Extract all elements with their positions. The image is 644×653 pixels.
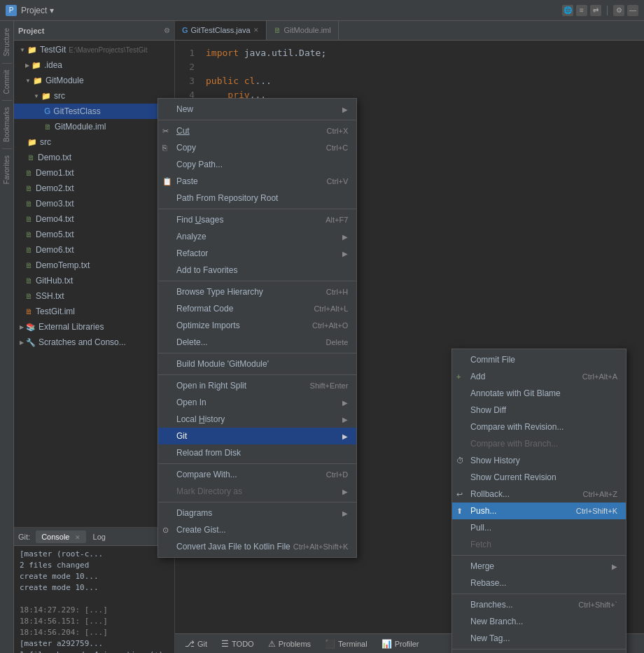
ctx-mark-dir[interactable]: Mark Directory as ▶: [158, 483, 356, 500]
git-rollback[interactable]: ↩ Rollback... Ctrl+Alt+Z: [452, 486, 626, 503]
submenu-arrow-icon: ▶: [342, 250, 348, 258]
ctx-compare-with[interactable]: Compare With... Ctrl+D: [158, 466, 356, 483]
ctx-build-module[interactable]: Build Module 'GitModule': [158, 356, 356, 372]
git-fetch[interactable]: Fetch: [452, 536, 626, 553]
git-compare-revision[interactable]: Compare with Revision...: [452, 419, 626, 435]
tree-item-demo[interactable]: 🗎 Demo.txt: [14, 150, 174, 165]
tree-item-gitmodule[interactable]: ▼ 📁 GitModule: [14, 73, 174, 88]
terminal-btn[interactable]: ⬛ Terminal: [321, 638, 372, 650]
ctx-paste[interactable]: 📋 Paste Ctrl+V: [158, 173, 356, 190]
git-bottom-btn[interactable]: ⎇ Git: [181, 638, 211, 650]
git-push[interactable]: ⬆ Push... Ctrl+Shift+K: [452, 503, 626, 519]
tree-item-external-libs[interactable]: ▶ 📚 External Libraries: [14, 319, 174, 335]
tree-item-src-inner[interactable]: ▼ 📁 src: [14, 88, 174, 104]
tab-gittestclass[interactable]: G GitTestClass.java ✕: [175, 21, 267, 40]
ctx-path-root[interactable]: Path From Repository Root: [158, 190, 356, 206]
ctx-type-hierarchy[interactable]: Browse Type Hierarchy Ctrl+H: [158, 283, 356, 300]
tree-item-gittestclass[interactable]: G GitTestClass: [14, 104, 174, 119]
folder-icon: 📁: [33, 76, 43, 85]
ctx-open-in[interactable]: Open In ▶: [158, 394, 356, 411]
git-compare-branch[interactable]: Compare with Branch...: [452, 435, 626, 452]
ctx-label: Reformat Code: [176, 304, 233, 314]
tree-item-gitmodule-iml[interactable]: 🗎 GitModule.iml: [14, 119, 174, 134]
tree-item-testgit-iml[interactable]: 🗎 TestGit.iml: [14, 304, 174, 319]
ctx-open-right-split[interactable]: Open in Right Split Shift+Enter: [158, 377, 356, 394]
tree-item-demo5[interactable]: 🗎 Demo5.txt: [14, 227, 174, 242]
git-new-branch[interactable]: New Branch...: [452, 613, 626, 630]
app-icon: P: [6, 5, 17, 16]
tree-item-testgit[interactable]: ▼ 📁 TestGit E:\MavenProjects\TestGit: [14, 42, 174, 57]
globe-icon[interactable]: 🌐: [562, 5, 573, 16]
ctx-local-history[interactable]: Local History ▶: [158, 411, 356, 428]
tree-item-demo3[interactable]: 🗎 Demo3.txt: [14, 196, 174, 211]
settings-icon[interactable]: ⚙: [613, 5, 624, 16]
git-annotate[interactable]: Annotate with Git Blame: [452, 385, 626, 402]
tree-item-scratches[interactable]: ▶ 🔧 Scratches and Conso...: [14, 335, 174, 350]
close-icon[interactable]: ✕: [75, 534, 80, 541]
ctx-reformat[interactable]: Reformat Code Ctrl+Alt+L: [158, 300, 356, 317]
ctx-refactor[interactable]: Refactor ▶: [158, 245, 356, 262]
git-new-tag[interactable]: New Tag...: [452, 630, 626, 647]
ctx-delete[interactable]: Delete... Delete: [158, 334, 356, 351]
ctx-cut[interactable]: ✂ Cut Ctrl+X: [158, 122, 356, 139]
txt-file-icon: 🗎: [25, 276, 33, 285]
ctx-separator: [158, 463, 356, 464]
problems-btn[interactable]: ⚠ Problems: [264, 638, 315, 650]
git-commit-file[interactable]: Commit File: [452, 351, 626, 368]
ctx-favorites[interactable]: Add to Favorites: [158, 262, 356, 279]
git-tab-console[interactable]: Console ✕: [36, 531, 85, 543]
git-add[interactable]: + Add Ctrl+Alt+A: [452, 368, 626, 385]
minimize-icon[interactable]: —: [627, 5, 638, 16]
git-show-diff[interactable]: Show Diff: [452, 402, 626, 419]
ctx-diagrams[interactable]: Diagrams ▶: [158, 505, 356, 521]
ctx-analyze[interactable]: Analyze ▶: [158, 228, 356, 245]
tree-item-demo6[interactable]: 🗎 Demo6.txt: [14, 242, 174, 258]
close-tab-icon[interactable]: ✕: [253, 27, 259, 34]
tree-item-ssh[interactable]: 🗎 SSH.txt: [14, 288, 174, 304]
ctx-convert-kotlin[interactable]: Convert Java File to Kotlin File Ctrl+Al…: [158, 538, 356, 555]
git-label: Git:: [18, 533, 30, 541]
txt-file-icon: 🗎: [27, 153, 35, 162]
tree-item-demo1[interactable]: 🗎 Demo1.txt: [14, 165, 174, 181]
vtab-bookmarks[interactable]: Bookmarks: [1, 103, 12, 146]
tree-item-demotemp[interactable]: 🗎 DemoTemp.txt: [14, 258, 174, 273]
ctx-optimize-imports[interactable]: Optimize Imports Ctrl+Alt+O: [158, 317, 356, 334]
tree-item-demo4[interactable]: 🗎 Demo4.txt: [14, 211, 174, 227]
shortcut-label: Ctrl+C: [326, 143, 348, 152]
shortcut-label: Ctrl+Alt+Z: [582, 490, 617, 498]
todo-btn[interactable]: ☰ TODO: [217, 638, 258, 650]
git-branches[interactable]: Branches... Ctrl+Shift+`: [452, 596, 626, 613]
ctx-copy-path[interactable]: Copy Path...: [158, 156, 356, 173]
tree-item-idea[interactable]: ▶ 📁 .idea: [14, 57, 174, 73]
tree-item-github[interactable]: 🗎 GitHub.txt: [14, 273, 174, 288]
git-label: Git: [197, 640, 207, 648]
git-tab-log[interactable]: Log: [88, 531, 111, 543]
git-show-history[interactable]: ⏱ Show History: [452, 452, 626, 469]
ctx-find-usages[interactable]: Find Usages Alt+F7: [158, 211, 356, 228]
git-pull[interactable]: Pull...: [452, 519, 626, 536]
ctx-reload[interactable]: Reload from Disk: [158, 444, 356, 461]
git-merge[interactable]: Merge ▶: [452, 558, 626, 575]
vtab-structure[interactable]: Structure: [1, 24, 12, 61]
project-header-settings[interactable]: ⚙: [164, 27, 170, 34]
git-rebase[interactable]: Rebase...: [452, 575, 626, 591]
ctx-new[interactable]: New ▶: [158, 101, 356, 118]
tree-label: src: [54, 91, 65, 101]
tree-item-src[interactable]: 📁 src: [14, 134, 174, 150]
vtab-commit[interactable]: Commit: [1, 66, 12, 98]
tree-item-demo2[interactable]: 🗎 Demo2.txt: [14, 181, 174, 196]
git-show-current-revision[interactable]: Show Current Revision: [452, 469, 626, 486]
tree-label: .idea: [44, 60, 62, 70]
split-icon[interactable]: ⇄: [590, 5, 601, 16]
tab-gitmodule-iml[interactable]: 🗎 GitModule.iml: [267, 21, 339, 40]
console-line: [20, 594, 169, 605]
profiler-btn[interactable]: 📊 Profiler: [377, 638, 424, 650]
layout-icon[interactable]: ≡: [576, 5, 587, 16]
txt-file-icon: 🗎: [25, 215, 33, 223]
ctx-git[interactable]: Git ▶: [158, 428, 356, 444]
ctx-copy[interactable]: ⎘ Copy Ctrl+C: [158, 139, 356, 156]
folder-icon: 📁: [27, 138, 37, 147]
vtab-favorites[interactable]: Favorites: [1, 151, 12, 188]
ctx-label: Delete...: [176, 337, 208, 347]
ctx-create-gist[interactable]: ⊙ Create Gist...: [158, 521, 356, 538]
